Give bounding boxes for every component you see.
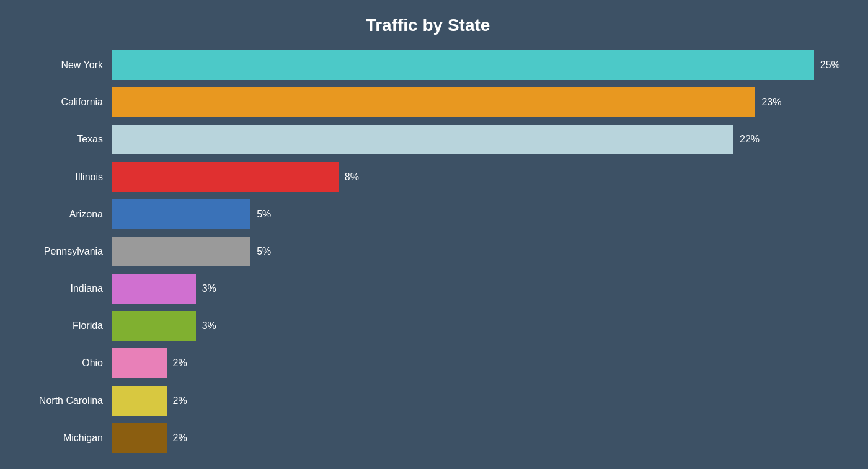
bar-area: 25% — [112, 50, 843, 80]
bar-fill — [112, 199, 250, 229]
bar-area: 23% — [112, 87, 843, 117]
bar-row: California23% — [12, 87, 843, 117]
bar-label: Florida — [12, 320, 112, 331]
bar-row: Ohio2% — [12, 348, 843, 378]
bar-row: Michigan2% — [12, 423, 843, 453]
bar-row: Indiana3% — [12, 274, 843, 304]
bar-fill — [112, 386, 167, 416]
bar-value-label: 2% — [173, 395, 187, 406]
bar-value-label: 2% — [173, 357, 187, 369]
bar-area: 3% — [112, 274, 843, 304]
bar-value-label: 22% — [740, 134, 760, 145]
bar-row: Florida3% — [12, 311, 843, 341]
bar-label: Texas — [12, 134, 112, 145]
bar-value-label: 3% — [202, 283, 216, 294]
bar-label: California — [12, 97, 112, 108]
bar-area: 3% — [112, 311, 843, 341]
bar-row: Illinois8% — [12, 162, 843, 192]
bar-fill — [112, 423, 167, 453]
bar-label: Ohio — [12, 357, 112, 369]
bar-label: North Carolina — [12, 395, 112, 406]
bar-area: 2% — [112, 348, 843, 378]
bar-label: New York — [12, 59, 112, 71]
bar-fill — [112, 162, 339, 192]
bar-value-label: 23% — [761, 97, 781, 108]
bar-label: Michigan — [12, 432, 112, 444]
bar-area: 2% — [112, 423, 843, 453]
bar-label: Arizona — [12, 209, 112, 220]
bar-value-label: 25% — [820, 59, 840, 71]
bar-fill — [112, 50, 814, 80]
bar-fill — [112, 87, 755, 117]
bar-row: Arizona5% — [12, 199, 843, 229]
bar-row: North Carolina2% — [12, 386, 843, 416]
bar-fill — [112, 274, 196, 304]
bar-value-label: 5% — [257, 246, 271, 257]
bar-row: Texas22% — [12, 125, 843, 154]
bar-fill — [112, 237, 250, 266]
bar-label: Indiana — [12, 283, 112, 294]
bar-fill — [112, 125, 733, 154]
bar-value-label: 5% — [257, 209, 271, 220]
bar-label: Pennsylvania — [12, 246, 112, 257]
bar-fill — [112, 311, 196, 341]
bar-area: 5% — [112, 199, 843, 229]
chart-container: New York25%California23%Texas22%Illinois… — [12, 46, 843, 457]
bar-row: Pennsylvania5% — [12, 237, 843, 266]
bar-value-label: 8% — [345, 172, 359, 183]
chart-title: Traffic by State — [366, 15, 490, 35]
bar-area: 22% — [112, 125, 843, 154]
bar-label: Illinois — [12, 172, 112, 183]
bar-fill — [112, 348, 167, 378]
bar-value-label: 3% — [202, 320, 216, 331]
bar-value-label: 2% — [173, 432, 187, 444]
bar-row: New York25% — [12, 50, 843, 80]
bar-area: 2% — [112, 386, 843, 416]
bar-area: 5% — [112, 237, 843, 266]
bar-area: 8% — [112, 162, 843, 192]
